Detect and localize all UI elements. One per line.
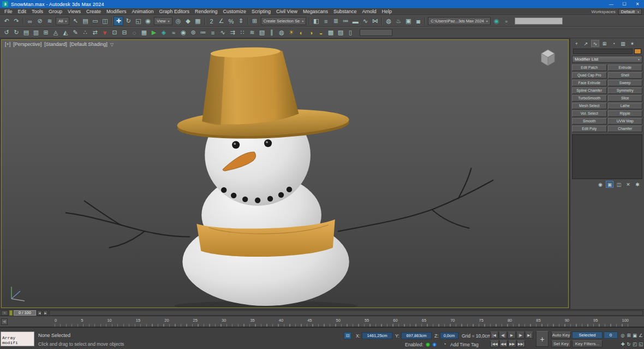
viewport-pov-menu[interactable]: [Perspective] [13,42,41,47]
state-sets-icon[interactable]: ⊟ [120,28,129,37]
trackbar-start-icon[interactable]: ⊲ [1,318,8,325]
menu-item[interactable]: Civil View [273,9,300,14]
step-forward-icon[interactable]: ▶▶ [508,340,516,347]
modifier-button[interactable]: Sweep [608,80,643,86]
viewcube[interactable] [536,46,559,70]
modifier-button[interactable]: Chamfer [608,126,643,132]
named-selection-dropdown[interactable]: Create Selection Se ▾ [261,17,307,25]
menu-item[interactable]: Graph Editors [156,9,192,14]
add-time-tag-button[interactable]: Add Time Tag [450,342,479,347]
time-slider-handle[interactable]: 0 / 100 [14,310,36,316]
viewport-canvas[interactable]: [+] [Perspective] [Standard] [Default Sh… [1,39,569,308]
viewport-layout-field[interactable] [515,17,563,25]
environment-icon[interactable]: ◒ [316,28,326,37]
modifier-button[interactable]: Face Extrude [572,80,607,86]
menu-item[interactable]: Edit [15,9,29,14]
reaction-manager-icon[interactable]: ⇉ [228,28,237,37]
display-tab-icon[interactable]: ▥ [619,40,627,47]
modify-tab-icon[interactable]: ∿ [591,40,599,47]
pin-stack-icon[interactable]: ◉ [597,181,604,188]
zoom-extents-icon[interactable]: ▣ [632,332,637,339]
redo-view-icon[interactable]: ↻ [11,28,21,37]
menu-item[interactable]: Rendering [192,9,220,14]
plus-icon[interactable]: + [573,40,581,47]
remove-modifier-icon[interactable]: ✕ [624,181,632,188]
go-to-start-icon[interactable]: |◀ [490,332,498,339]
show-end-result-icon[interactable]: ▣ [606,181,613,188]
menu-item[interactable]: Views [65,9,84,14]
populate-idle-icon[interactable]: ◉ [178,28,188,37]
percent-snap-icon[interactable]: % [226,16,236,26]
menu-item[interactable]: Help [379,9,395,14]
modifier-button[interactable]: Vol. Select [572,110,607,117]
light-lister-icon[interactable]: ◐ [296,28,306,37]
teal-diamond-icon[interactable]: ◈ [159,28,169,37]
orbit-icon[interactable]: ↻ [626,340,631,347]
selection-lock-icon[interactable]: ⊡ [344,332,351,339]
close-button[interactable]: ✕ [631,0,644,8]
modifier-button[interactable]: Edit Poly [572,126,607,132]
select-by-name-icon[interactable]: ▤ [80,16,90,26]
containers-icon[interactable]: ⊞ [41,28,51,37]
modifier-button[interactable]: Lathe [608,103,643,109]
object-paint-icon[interactable]: ∴ [80,28,90,37]
info-icon[interactable]: i [432,342,437,347]
selection-filter-dropdown[interactable]: All ▾ [56,17,69,25]
key-filters-button[interactable]: Key Filters... [572,340,603,347]
modifier-button[interactable]: Quad Cap Pro [572,72,607,79]
redo-icon[interactable]: ↷ [11,16,21,26]
scene-explorer-icon[interactable]: ≣ [331,16,341,26]
capture-states-icon[interactable]: ⊡ [110,28,120,37]
select-and-scale-icon[interactable]: ◱ [133,16,143,26]
select-and-link-icon[interactable]: ∞ [25,16,35,26]
parameter-collector-icon[interactable]: ≡ [208,28,218,37]
measure-icon[interactable]: ⇄ [90,28,100,37]
menu-item[interactable]: Tools [29,9,46,14]
pan-icon[interactable]: ✚ [620,340,625,347]
hierarchy-tab-icon[interactable]: ⊞ [600,40,609,47]
select-and-manipulate-icon[interactable]: ◆ [183,16,193,26]
graphite-modeling-icon[interactable]: ◬ [51,28,61,37]
next-frame-icon[interactable]: |▶ [516,332,524,339]
undo-view-icon[interactable]: ↺ [2,28,11,37]
zoom-all-icon[interactable]: ⊞ [626,332,631,339]
layer-explorer-icon[interactable]: ≔ [341,16,350,26]
x-coordinate-field[interactable]: 1461,25cm [362,332,392,339]
snowman-right-arm[interactable] [338,168,493,232]
set-keys-button[interactable]: + [536,331,548,347]
angle-snap-icon[interactable]: ∠ [217,16,226,26]
viewport-shading-menu[interactable]: [Default Shading] [70,42,108,47]
freeform-icon[interactable]: ◭ [61,28,70,37]
modifier-list-dropdown[interactable]: Modifier List ▾ [572,56,642,63]
menu-item[interactable]: File [2,9,15,14]
y-coordinate-field[interactable]: 697,863cm [401,332,432,339]
maxscript-mini-listener[interactable]: Array modifi [1,332,34,346]
auto-key-button[interactable]: Auto Key [551,332,571,339]
modifier-button[interactable]: Spline Chamfer [572,87,607,94]
scene-3d[interactable] [2,40,568,307]
modifier-button[interactable]: Slice [608,95,643,102]
menu-item[interactable]: Animation [129,9,156,14]
edit-named-sets-icon[interactable]: ⊞ [250,16,260,26]
rendered-frame-icon[interactable]: ▣ [403,16,413,26]
viewport-perspective[interactable]: [+] [Perspective] [Standard] [Default Sh… [0,38,570,309]
arnold-icon[interactable]: ◉ [492,16,502,26]
workspace-dropdown[interactable]: Default ▾ [618,9,642,15]
create-tab-icon[interactable]: ↗ [582,40,590,47]
cloth-icon[interactable]: ▧ [257,28,267,37]
ribbon-icon[interactable]: ▬ [350,16,360,26]
menu-item[interactable]: Scripting [249,9,273,14]
parameter-editor-icon[interactable]: ≔ [198,28,208,37]
render-setup-icon[interactable]: ♨ [393,16,403,26]
modifier-stack[interactable] [572,134,642,179]
modifier-button[interactable]: Extrude [608,64,643,71]
layers-icon[interactable]: ▥ [31,28,41,37]
time-step-forward-icon[interactable]: ▶ [43,310,48,316]
time-slider-track[interactable] [49,310,643,316]
object-name-field[interactable] [573,49,633,54]
configure-sets-icon[interactable]: ✱ [634,181,641,188]
exposure-control-icon[interactable]: ◑ [306,28,316,37]
minimize-button[interactable]: — [605,0,618,8]
selection-paint-icon[interactable]: ✎ [70,28,80,37]
sun-light-icon[interactable]: ☀ [287,28,296,37]
